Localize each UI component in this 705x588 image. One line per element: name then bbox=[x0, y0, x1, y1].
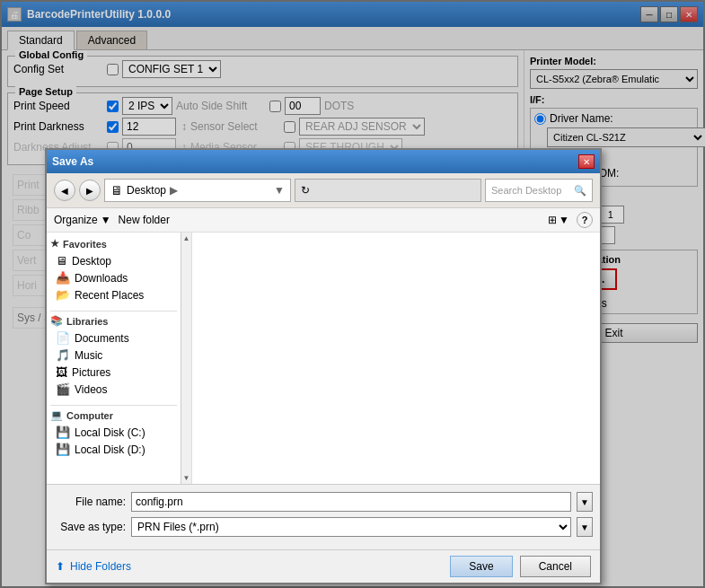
dialog-title-bar: Save As ✕ bbox=[47, 150, 600, 173]
nav-music[interactable]: 🎵 Music bbox=[50, 347, 177, 364]
forward-button[interactable]: ▶ bbox=[79, 180, 101, 201]
nav-downloads[interactable]: 📥 Downloads bbox=[50, 269, 177, 286]
videos-icon: 🎬 bbox=[56, 382, 70, 396]
divider bbox=[50, 311, 177, 312]
save-as-type-row: Save as type: PRN Files (*.prn) ▼ bbox=[54, 517, 593, 537]
libraries-title: 📚 Libraries bbox=[50, 315, 177, 327]
favorites-section: ★ Favorites 🖥 Desktop 📥 Downloads 📂 Rece… bbox=[50, 238, 177, 303]
chevron-up-icon: ⬆ bbox=[56, 560, 65, 573]
nav-local-disk-c[interactable]: 💾 Local Disk (C:) bbox=[50, 424, 177, 441]
search-icon: 🔍 bbox=[574, 185, 586, 197]
dialog-toolbar: ◀ ▶ 🖥 Desktop ▶ ▼ ↻ Search Desktop 🔍 bbox=[47, 173, 600, 208]
path-label: Desktop bbox=[127, 184, 166, 197]
nav-videos[interactable]: 🎬 Videos bbox=[50, 381, 177, 398]
dialog-footer: File name: ▼ Save as type: PRN Files (*.… bbox=[47, 484, 600, 549]
pictures-icon: 🖼 bbox=[56, 365, 67, 379]
desktop-path-icon: 🖥 bbox=[110, 183, 123, 197]
nav-pictures[interactable]: 🖼 Pictures bbox=[50, 364, 177, 381]
file-area bbox=[192, 233, 600, 484]
path-arrow-icon: ▶ bbox=[170, 184, 178, 197]
nav-desktop[interactable]: 🖥 Desktop bbox=[50, 252, 177, 269]
documents-icon: 📄 bbox=[56, 331, 70, 345]
dialog-title: Save As bbox=[52, 155, 578, 168]
computer-section: 💻 Computer 💾 Local Disk (C:) 💾 Local Dis… bbox=[50, 409, 177, 458]
view-icon: ⊞ bbox=[548, 214, 557, 226]
divider2 bbox=[50, 405, 177, 406]
local-disk-d-icon: 💾 bbox=[56, 443, 70, 456]
file-name-label: File name: bbox=[54, 496, 126, 508]
view-arrow-icon: ▼ bbox=[559, 214, 569, 226]
computer-title: 💻 Computer bbox=[50, 409, 177, 421]
organize-button[interactable]: Organize ▼ bbox=[54, 214, 111, 226]
save-as-type-label: Save as type: bbox=[54, 521, 126, 533]
file-name-input[interactable] bbox=[131, 492, 571, 512]
nav-local-disk-d[interactable]: 💾 Local Disk (D:) bbox=[50, 441, 177, 458]
path-dropdown-icon[interactable]: ▼ bbox=[274, 184, 285, 197]
nav-documents[interactable]: 📄 Documents bbox=[50, 329, 177, 347]
libraries-icon: 📚 bbox=[50, 315, 63, 327]
local-disk-c-icon: 💾 bbox=[56, 426, 70, 439]
computer-icon: 💻 bbox=[50, 409, 63, 421]
dialog-toolbar2: Organize ▼ New folder ⊞ ▼ ? bbox=[47, 208, 600, 233]
save-type-dropdown[interactable]: ▼ bbox=[577, 517, 593, 537]
save-cancel-buttons: Save Cancel bbox=[450, 556, 591, 577]
file-name-dropdown[interactable]: ▼ bbox=[577, 492, 593, 512]
search-bar[interactable]: Search Desktop 🔍 bbox=[485, 179, 593, 202]
favorites-star-icon: ★ bbox=[50, 238, 59, 250]
help-button[interactable]: ? bbox=[577, 212, 593, 228]
view-button[interactable]: ⊞ ▼ bbox=[548, 214, 569, 226]
libraries-section: 📚 Libraries 📄 Documents 🎵 Music 🖼 Pictur… bbox=[50, 315, 177, 398]
back-button[interactable]: ◀ bbox=[54, 180, 75, 201]
file-name-row: File name: ▼ bbox=[54, 492, 593, 512]
organize-label: Organize bbox=[54, 214, 98, 226]
favorites-title: ★ Favorites bbox=[50, 238, 177, 250]
save-as-type-select[interactable]: PRN Files (*.prn) bbox=[131, 517, 571, 537]
new-folder-button[interactable]: New folder bbox=[119, 214, 170, 226]
organize-arrow-icon: ▼ bbox=[101, 214, 111, 226]
nav-scrollbar[interactable]: ▲ ▼ bbox=[181, 233, 192, 484]
music-icon: 🎵 bbox=[56, 348, 70, 362]
desktop-icon: 🖥 bbox=[56, 254, 67, 268]
nav-tree: ★ Favorites 🖥 Desktop 📥 Downloads 📂 Rece… bbox=[47, 233, 181, 484]
dialog-body: ★ Favorites 🖥 Desktop 📥 Downloads 📂 Rece… bbox=[47, 233, 600, 484]
search-placeholder: Search Desktop bbox=[491, 185, 561, 196]
dialog-close-button[interactable]: ✕ bbox=[578, 154, 595, 169]
downloads-icon: 📥 bbox=[56, 271, 70, 285]
nav-recent-places[interactable]: 📂 Recent Places bbox=[50, 286, 177, 303]
save-dialog: Save As ✕ ◀ ▶ 🖥 Desktop ▶ ▼ ↻ Search Des… bbox=[45, 148, 602, 584]
refresh-button[interactable]: ↻ bbox=[295, 179, 481, 202]
dialog-buttons-bar: ⬆ Hide Folders Save Cancel bbox=[47, 549, 600, 583]
save-button[interactable]: Save bbox=[450, 556, 512, 577]
recent-places-icon: 📂 bbox=[56, 288, 70, 302]
path-bar: 🖥 Desktop ▶ ▼ bbox=[104, 179, 291, 202]
hide-folders-label: Hide Folders bbox=[70, 560, 131, 573]
cancel-button[interactable]: Cancel bbox=[520, 556, 591, 577]
hide-folders-button[interactable]: ⬆ Hide Folders bbox=[56, 560, 131, 573]
